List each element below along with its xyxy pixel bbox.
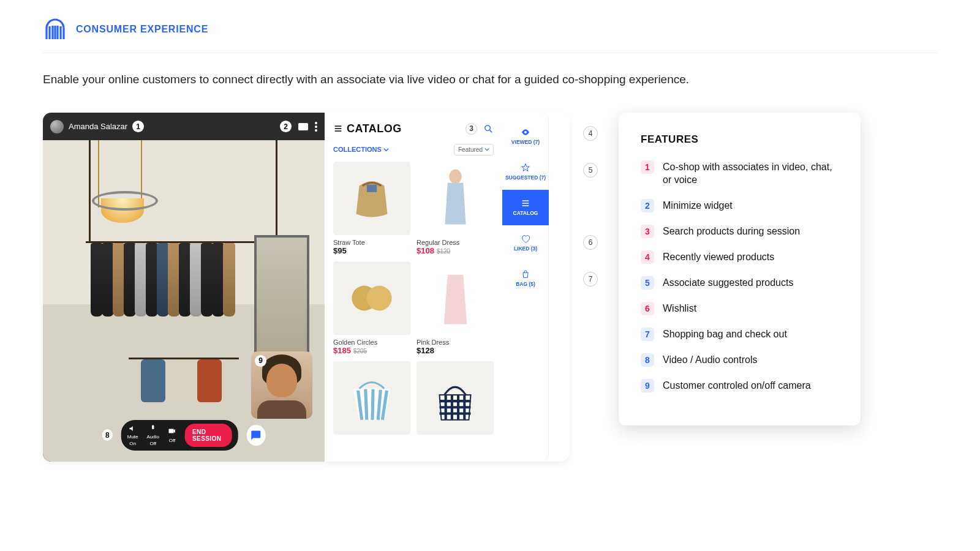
chevron-down-icon [383,147,389,152]
product-card[interactable]: Golden Circles $185$205 [333,261,410,355]
search-icon[interactable] [483,124,494,134]
product-card[interactable] [333,361,410,435]
associate-name: Amanda Salazar [69,122,127,131]
brand-logo-icon [43,18,67,40]
annotation-badge-4: 4 [583,126,598,141]
feature-text: Wishlist [663,302,696,315]
feature-row: 8Video / Audio controls [641,353,839,367]
star-icon [521,163,530,173]
product-card[interactable] [417,361,494,435]
mirror-icon [254,235,309,358]
tab-suggested[interactable]: SUGGESTED (7) [502,154,549,190]
feature-text: Co-shop with associates in video, chat, … [663,160,839,187]
feature-text: Search products during session [663,225,800,238]
tab-catalog[interactable]: CATALOG [502,190,549,225]
camera-button[interactable]: Off [168,427,176,443]
heart-icon [521,234,530,244]
mute-button[interactable]: Mute On [127,424,138,446]
video-pane: Amanda Salazar 1 2 9 8 [43,113,325,462]
annotation-badge-8: 8 [102,429,113,441]
more-icon[interactable] [315,122,317,132]
tab-viewed[interactable]: VIEWED (7) [502,119,549,154]
list-icon [333,124,343,133]
feature-number: 6 [641,302,654,315]
feature-row: 5Associate suggested products [641,276,839,290]
tab-bag[interactable]: BAG (5) [502,261,549,296]
feature-number: 3 [641,225,654,238]
app-mock: Amanda Salazar 1 2 9 8 [43,113,570,462]
features-card: FEATURES 1Co-shop with associates in vid… [619,113,861,425]
feature-text: Recently viewed products [663,250,774,264]
feature-row: 2Minimize widget [641,199,839,212]
tab-liked[interactable]: LIKED (3) [502,225,549,261]
feature-row: 1Co-shop with associates in video, chat,… [641,160,839,187]
chat-button[interactable] [247,425,265,446]
svg-line-8 [490,130,492,132]
feature-row: 9Customer controled on/off camera [641,379,839,392]
chevron-down-icon [484,147,489,152]
svg-rect-9 [367,184,377,192]
annotation-badge-2: 2 [280,121,292,132]
feature-text: Shopping bag and check out [663,328,787,341]
features-heading: FEATURES [641,133,839,146]
collections-dropdown[interactable]: COLLECTIONS [333,146,389,153]
feature-number: 9 [641,379,654,392]
sort-dropdown[interactable]: Featured [454,144,494,156]
audio-button[interactable]: Audio Off [147,424,159,446]
minimize-icon[interactable] [298,122,309,131]
catalog-title: CATALOG [347,122,402,135]
feature-number: 4 [641,250,654,264]
annotation-badge-9: 9 [255,355,266,367]
feature-number: 2 [641,199,654,212]
feature-text: Video / Audio controls [663,353,757,367]
associate-avatar [50,120,64,133]
feature-text: Minimize widget [663,199,733,212]
feature-row: 3Search products during session [641,225,839,238]
end-session-button[interactable]: END SESSION [185,424,232,447]
annotation-badge-6: 6 [583,235,598,250]
product-card[interactable]: Straw Tote $95 [333,162,410,255]
eye-icon [521,127,530,137]
annotation-badge-5: 5 [583,163,598,178]
page-subtitle: Enable your online customers to connect … [43,72,937,88]
av-controls: Mute On Audio Off Off [121,420,238,451]
annotation-badge-1: 1 [132,121,144,132]
svg-line-15 [372,389,373,419]
product-card[interactable]: Pink Dress $128 [417,261,494,355]
lamp-icon [101,198,144,223]
svg-point-10 [449,169,461,184]
catalog-pane: CATALOG 3 COLLECTIONS Featured [325,113,502,462]
product-card[interactable]: Regular Dress $108$120 [417,162,494,255]
self-camera[interactable]: 9 [251,351,312,419]
annotation-badge-3: 3 [466,123,477,135]
svg-point-7 [485,125,491,130]
side-tabs: VIEWED (7) SUGGESTED (7) CATALOG LIKED (… [502,113,549,462]
page-header: CONSUMER EXPERIENCE [43,18,937,53]
feature-text: Associate suggested products [663,276,793,290]
feature-row: 7Shopping bag and check out [641,328,839,341]
svg-point-12 [367,285,392,310]
feature-row: 6Wishlist [641,302,839,315]
bag-icon [521,269,530,279]
feature-number: 8 [641,353,654,367]
list-icon [521,198,530,208]
annotation-badge-7: 7 [583,272,598,287]
feature-number: 5 [641,276,654,290]
page-title: CONSUMER EXPERIENCE [76,24,208,35]
feature-number: 7 [641,328,654,341]
feature-text: Customer controled on/off camera [663,379,811,392]
feature-number: 1 [641,160,654,174]
feature-row: 4Recently viewed products [641,250,839,264]
svg-line-14 [366,389,367,419]
